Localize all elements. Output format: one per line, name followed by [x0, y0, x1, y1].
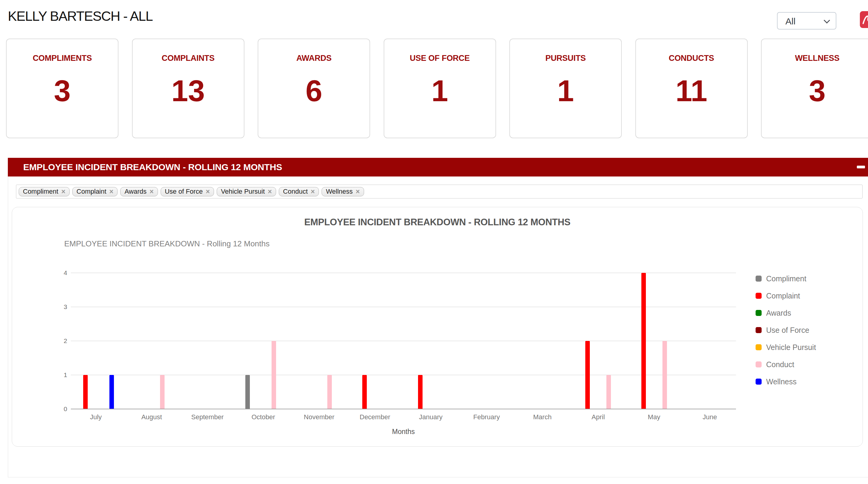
filter-tag-label: Wellness	[326, 188, 352, 195]
legend-swatch-compliment	[755, 276, 762, 282]
bar-conduct-april[interactable]	[607, 375, 611, 409]
bar-conduct-november[interactable]	[327, 375, 332, 409]
bar-compliment-october[interactable]	[245, 375, 250, 409]
legend-swatch-vehicle-pursuit	[755, 344, 762, 350]
y-tick-label: 2	[52, 337, 67, 345]
stat-card-label: COMPLAINTS	[133, 54, 244, 63]
bar-conduct-october[interactable]	[272, 341, 276, 409]
bar-conduct-may[interactable]	[662, 341, 667, 409]
stat-card-label: USE OF FORCE	[384, 54, 495, 63]
bar-complaint-april[interactable]	[585, 341, 590, 409]
stat-card-complaints: COMPLAINTS13	[132, 38, 244, 138]
bar-complaint-july[interactable]	[83, 375, 88, 409]
stat-card-use-of-force: USE OF FORCE1	[384, 38, 496, 138]
filter-tag-label: Conduct	[283, 188, 308, 195]
remove-tag-icon[interactable]: ×	[311, 188, 315, 195]
y-tick-label: 1	[52, 371, 67, 379]
chart-subtitle: EMPLOYEE INCIDENT BREAKDOWN - Rolling 12…	[64, 239, 270, 249]
x-tick-label-april: April	[572, 413, 624, 421]
filter-tag-use-of-force[interactable]: Use of Force×	[161, 187, 214, 196]
legend-label-complaint: Complaint	[766, 292, 800, 300]
legend-label-wellness: Wellness	[766, 377, 797, 386]
gridline-4	[71, 272, 736, 273]
x-tick-label-june: June	[684, 413, 735, 421]
stat-card-value: 3	[762, 75, 868, 106]
x-tick-label-february: February	[461, 413, 512, 421]
gridline-3	[71, 306, 736, 307]
incident-breakdown-panel: EMPLOYEE INCIDENT BREAKDOWN - ROLLING 12…	[8, 158, 868, 477]
pdf-export-icon[interactable]	[860, 11, 868, 28]
legend-swatch-complaint	[755, 293, 762, 299]
panel-title: EMPLOYEE INCIDENT BREAKDOWN - ROLLING 12…	[23, 158, 282, 176]
gridline-2	[71, 341, 736, 341]
legend-label-awards: Awards	[766, 309, 791, 317]
x-tick-label-september: September	[182, 413, 233, 421]
filter-tag-label: Vehicle Pursuit	[221, 188, 265, 195]
stat-card-value: 6	[258, 75, 370, 106]
page-title: KELLY BARTESCH - ALL	[8, 8, 153, 24]
scope-dropdown-value: All	[785, 16, 795, 27]
legend-label-conduct: Conduct	[766, 360, 794, 369]
scope-dropdown[interactable]: All	[777, 12, 836, 30]
stat-card-label: CONDUCTS	[636, 54, 747, 63]
x-axis-title: Months	[71, 428, 736, 436]
stat-card-label: AWARDS	[258, 54, 370, 63]
filter-tag-awards[interactable]: Awards×	[120, 187, 158, 196]
x-axis-line	[71, 409, 736, 409]
stat-card-value: 1	[384, 75, 495, 106]
dashboard-page: KELLY BARTESCH - ALL All COMPLIMENTS3COM…	[0, 0, 868, 484]
remove-tag-icon[interactable]: ×	[268, 188, 272, 195]
stat-card-label: PURSUITS	[510, 54, 621, 63]
bar-wellness-july[interactable]	[110, 375, 114, 409]
bar-complaint-december[interactable]	[362, 375, 367, 409]
chevron-down-icon	[824, 17, 830, 24]
legend-label-vehicle-pursuit: Vehicle Pursuit	[766, 343, 816, 352]
y-tick-label: 4	[52, 269, 67, 277]
x-tick-label-october: October	[238, 413, 289, 421]
remove-tag-icon[interactable]: ×	[150, 188, 153, 195]
filter-tags-input[interactable]: Compliment×Complaint×Awards×Use of Force…	[16, 185, 863, 198]
remove-tag-icon[interactable]: ×	[206, 188, 210, 195]
panel-header-bar[interactable]: EMPLOYEE INCIDENT BREAKDOWN - ROLLING 12…	[8, 158, 868, 176]
y-tick-label: 0	[52, 405, 67, 413]
legend-swatch-awards	[755, 310, 762, 316]
filter-tag-vehicle-pursuit[interactable]: Vehicle Pursuit×	[217, 187, 276, 196]
stat-card-value: 11	[636, 75, 747, 106]
remove-tag-icon[interactable]: ×	[110, 188, 113, 195]
y-tick-label: 3	[52, 303, 67, 311]
stat-card-label: COMPLIMENTS	[7, 54, 118, 63]
x-tick-label-may: May	[628, 413, 680, 421]
stat-card-value: 13	[133, 75, 244, 106]
stat-card-pursuits: PURSUITS1	[509, 38, 622, 138]
filter-tag-label: Use of Force	[165, 188, 203, 195]
collapse-minus-icon[interactable]	[857, 166, 865, 168]
filter-tag-label: Awards	[124, 188, 147, 195]
legend-label-compliment: Compliment	[766, 275, 806, 283]
bar-conduct-august[interactable]	[160, 375, 164, 409]
stat-card-conducts: CONDUCTS11	[635, 38, 748, 138]
legend-swatch-use-of-force	[755, 327, 762, 333]
bar-complaint-may[interactable]	[641, 273, 646, 409]
filter-tag-compliment[interactable]: Compliment×	[19, 187, 70, 196]
legend-swatch-conduct	[755, 361, 762, 367]
filter-tag-label: Complaint	[76, 188, 106, 195]
filter-tag-wellness[interactable]: Wellness×	[321, 187, 364, 196]
bar-complaint-january[interactable]	[418, 375, 423, 409]
chart-title: EMPLOYEE INCIDENT BREAKDOWN - ROLLING 12…	[12, 217, 863, 228]
x-tick-label-august: August	[126, 413, 177, 421]
filter-tag-complaint[interactable]: Complaint×	[72, 187, 118, 196]
remove-tag-icon[interactable]: ×	[355, 188, 360, 195]
legend-label-use-of-force: Use of Force	[766, 326, 809, 334]
stat-card-value: 1	[510, 75, 621, 106]
stat-card-label: WELLNESS	[762, 54, 868, 63]
stat-card-awards: AWARDS6	[258, 38, 370, 138]
gridline-1	[71, 375, 736, 375]
remove-tag-icon[interactable]: ×	[61, 188, 65, 195]
stat-card-value: 3	[7, 75, 118, 106]
filter-tag-label: Compliment	[23, 188, 58, 195]
x-tick-label-july: July	[70, 413, 121, 421]
legend-swatch-wellness	[755, 379, 762, 385]
filter-tag-conduct[interactable]: Conduct×	[279, 187, 319, 196]
x-tick-label-january: January	[405, 413, 456, 421]
stat-card-compliments: COMPLIMENTS3	[6, 38, 119, 138]
